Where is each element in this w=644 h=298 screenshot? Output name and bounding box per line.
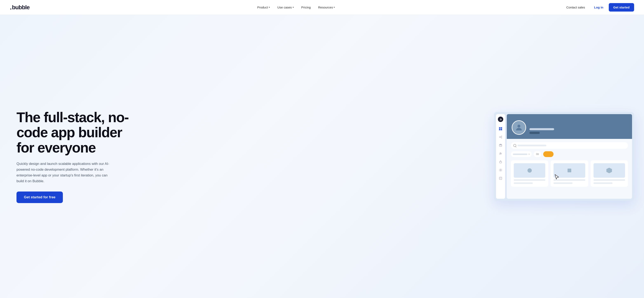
- svg-rect-1: [501, 127, 502, 128]
- chevron-down-icon: ▾: [293, 6, 294, 9]
- mockup-sidebar-settings-icon: [498, 168, 503, 172]
- logo-dot: .: [10, 4, 12, 11]
- mockup-name-bar-short: [530, 132, 540, 134]
- mockup-card-2-subtitle: [554, 183, 572, 184]
- mockup-sidebar-styles-icon: [498, 151, 503, 156]
- navbar-right: Contact sales Log in Get started: [562, 3, 634, 12]
- nav-item-resources[interactable]: Resources ▾: [315, 4, 338, 11]
- navbar-center: Product ▾ Use cases ▾ Pricing Resources …: [254, 4, 338, 11]
- logo-name: bubble: [12, 4, 30, 11]
- mockup-main: ▾: [507, 114, 632, 199]
- mockup-card-1-subtitle: [514, 183, 533, 184]
- svg-point-20: [538, 154, 538, 155]
- nav-item-product-label: Product: [257, 6, 268, 9]
- svg-line-8: [500, 137, 501, 138]
- svg-rect-10: [500, 161, 502, 163]
- svg-point-15: [518, 125, 520, 127]
- app-mockup: .b: [494, 112, 634, 201]
- mockup-card-1-image: [514, 163, 545, 178]
- navbar-left: . bubble: [10, 4, 30, 11]
- svg-point-9: [499, 144, 502, 145]
- mockup-sidebar-workflow-icon: [498, 135, 503, 139]
- mockup-avatar: [512, 120, 526, 135]
- logo[interactable]: . bubble: [10, 4, 30, 11]
- chevron-down-icon: ▾: [334, 6, 335, 9]
- svg-point-5: [501, 136, 502, 137]
- mockup-card-2: [551, 160, 588, 187]
- mockup-card-3-image: [594, 163, 625, 178]
- login-button[interactable]: Log in: [590, 4, 607, 11]
- svg-line-7: [500, 136, 501, 137]
- contact-sales-link[interactable]: Contact sales: [562, 4, 589, 11]
- svg-rect-2: [499, 129, 500, 130]
- svg-rect-12: [499, 177, 502, 180]
- mockup-filters: ▾: [511, 151, 628, 157]
- mockup-filter-active: [543, 151, 554, 157]
- mockup-filter-chevron: ▾: [528, 153, 530, 155]
- mockup-cards: [511, 160, 628, 187]
- mockup-card-3-title: [594, 179, 625, 181]
- mockup-card-3-subtitle: [594, 183, 612, 184]
- svg-rect-22: [568, 169, 571, 172]
- hero-title: The full-stack, no-code app builder for …: [16, 110, 132, 155]
- mockup-search-text: [518, 145, 546, 146]
- mockup-sidebar-logs-icon: [498, 176, 503, 181]
- svg-point-6: [501, 137, 502, 138]
- hero-subtitle: Quickly design and launch scalable appli…: [16, 161, 116, 184]
- nav-item-pricing-label: Pricing: [301, 6, 311, 9]
- hero-content: The full-stack, no-code app builder for …: [16, 110, 132, 203]
- hero-section: The full-stack, no-code app builder for …: [0, 15, 644, 298]
- nav-item-resources-label: Resources: [318, 6, 333, 9]
- mockup-filter-1: ▾: [511, 151, 532, 157]
- svg-point-11: [500, 170, 501, 171]
- mockup-search-bar: [511, 142, 628, 149]
- mockup-card-1: [511, 160, 548, 187]
- mockup-header-info: [530, 128, 554, 135]
- mockup-card-1-title: [514, 179, 545, 181]
- svg-point-19: [536, 153, 537, 154]
- mockup-header: [507, 114, 632, 139]
- hero-cta-button[interactable]: Get started for free: [16, 192, 63, 203]
- mockup-sidebar-plugins-icon: [498, 160, 503, 164]
- mockup-name-bar: [530, 128, 554, 130]
- mockup-sidebar-data-icon: [498, 143, 503, 147]
- nav-item-pricing[interactable]: Pricing: [298, 4, 314, 11]
- cursor-icon: [554, 174, 559, 181]
- svg-rect-0: [499, 127, 500, 128]
- mockup-search-icon: [513, 144, 516, 147]
- get-started-button[interactable]: Get started: [609, 3, 634, 12]
- mockup-filter-icon-btn: [534, 151, 541, 157]
- nav-item-usecases[interactable]: Use cases ▾: [274, 4, 297, 11]
- svg-point-4: [499, 137, 500, 137]
- mockup-sidebar: .b: [496, 114, 505, 199]
- svg-rect-3: [501, 129, 502, 130]
- mockup-sidebar-logo: .b: [498, 117, 503, 122]
- hero-visual: .b: [144, 112, 634, 201]
- mockup-sidebar-design-icon: [498, 126, 503, 131]
- mockup-content: ▾: [507, 139, 632, 199]
- chevron-down-icon: ▾: [269, 6, 270, 9]
- svg-point-21: [527, 168, 532, 173]
- navbar: . bubble Product ▾ Use cases ▾ Pricing R…: [0, 0, 644, 15]
- nav-item-usecases-label: Use cases: [278, 6, 292, 9]
- mockup-card-3: [591, 160, 628, 187]
- nav-item-product[interactable]: Product ▾: [254, 4, 273, 11]
- mockup-filter-text: [513, 154, 527, 155]
